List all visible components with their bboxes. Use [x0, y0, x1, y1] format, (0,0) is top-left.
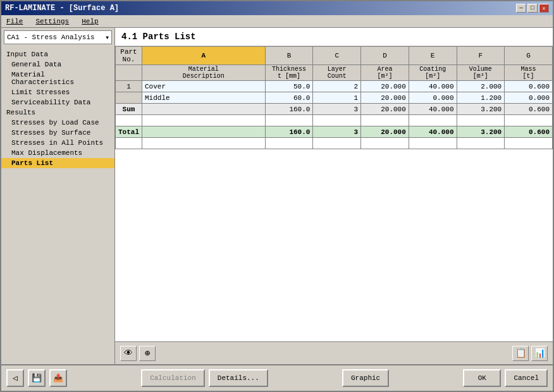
col-c-cell: 2 — [313, 81, 361, 92]
total-label: Total — [116, 126, 142, 138]
sidebar-nav: Input Data General Data Material Charact… — [1, 47, 114, 364]
col-e-cell: 40.000 — [409, 81, 457, 92]
col-g-cell: 0.000 — [505, 92, 553, 104]
sidebar-item-general-data[interactable]: General Data — [1, 59, 114, 70]
empty-cell — [313, 138, 361, 149]
empty-cell — [265, 115, 313, 126]
col-c-header: C — [313, 47, 361, 65]
table-toolbar: 👁 ⊕ 📋 📊 — [115, 341, 553, 364]
table-toolbar-right: 📋 📊 — [512, 346, 548, 361]
view-icon-button[interactable]: 👁 — [120, 346, 137, 361]
empty-cell — [409, 115, 457, 126]
table-row: Middle 60.0 1 20.000 0.000 1.200 0.000 — [116, 92, 553, 104]
col-g-header: G — [505, 47, 553, 65]
empty-row — [116, 138, 553, 149]
export-button[interactable]: 📤 — [49, 369, 67, 387]
col-e-cell: 0.000 — [409, 92, 457, 104]
empty-cell — [457, 138, 505, 149]
col-d-cell: 20.000 — [361, 104, 409, 115]
col-b-cell: 60.0 — [265, 92, 313, 104]
col-d-sub: Area[m²] — [361, 65, 409, 81]
col-a-cell — [142, 104, 266, 115]
column-header-row: PartNo. A B C D E F G — [116, 47, 553, 65]
close-button[interactable]: ✕ — [539, 4, 549, 13]
col-b-cell: 160.0 — [265, 126, 313, 138]
title-bar: RF-LAMINATE - [Surface A] ─ □ ✕ — [1, 1, 553, 15]
calculation-button[interactable]: Calculation — [141, 369, 205, 387]
sidebar-item-serviceability-data[interactable]: Serviceability Data — [1, 97, 114, 107]
sidebar: CA1 - Stress Analysis ▼ Input Data Gener… — [1, 28, 115, 364]
part-no-sub — [116, 65, 142, 81]
eye-icon: 👁 — [124, 348, 133, 358]
sum-label: Sum — [116, 104, 142, 115]
crosshair-icon: ⊕ — [145, 348, 150, 358]
details-button[interactable]: Details... — [209, 369, 268, 387]
table-container[interactable]: PartNo. A B C D E F G MaterialDescriptio… — [115, 46, 553, 341]
sidebar-item-max-displacements[interactable]: Max Displacements — [1, 148, 114, 158]
title-bar-buttons: ─ □ ✕ — [516, 4, 549, 13]
content-area: 4.1 Parts List PartNo. A B C D E F G — [115, 28, 553, 364]
cancel-button[interactable]: Cancel — [505, 369, 548, 387]
back-button[interactable]: ◁ — [6, 369, 24, 387]
col-d-cell: 20.000 — [361, 126, 409, 138]
sum-row: Sum 160.0 3 20.000 40.000 3.200 0.600 — [116, 104, 553, 115]
menu-file[interactable]: File — [4, 17, 25, 26]
export1-button[interactable]: 📋 — [512, 346, 529, 361]
save-button[interactable]: 💾 — [28, 369, 46, 387]
sidebar-item-parts-list[interactable]: Parts List — [1, 158, 114, 168]
sidebar-item-stresses-all-points[interactable]: Stresses in All Points — [1, 138, 114, 148]
empty-cell — [313, 115, 361, 126]
bottom-toolbar: ◁ 💾 📤 Calculation Details... Graphic OK … — [1, 364, 553, 391]
col-g-cell: 0.600 — [505, 104, 553, 115]
input-data-header: Input Data — [1, 49, 114, 59]
menu-settings[interactable]: Settings — [33, 17, 71, 26]
col-f-cell: 1.200 — [457, 92, 505, 104]
col-a-cell — [142, 126, 266, 138]
col-f-sub: Volume[m³] — [457, 65, 505, 81]
col-e-cell: 40.000 — [409, 126, 457, 138]
empty-cell — [457, 115, 505, 126]
col-b-cell: 50.0 — [265, 81, 313, 92]
export-icon: 📤 — [53, 373, 63, 383]
sidebar-item-stresses-surface[interactable]: Stresses by Surface — [1, 128, 114, 138]
col-g-sub: Mass[t] — [505, 65, 553, 81]
col-d-cell: 20.000 — [361, 92, 409, 104]
window-title: RF-LAMINATE - [Surface A] — [5, 4, 119, 13]
empty-cell — [116, 115, 142, 126]
empty-cell — [265, 138, 313, 149]
maximize-button[interactable]: □ — [527, 4, 538, 13]
select-icon-button[interactable]: ⊕ — [139, 346, 156, 361]
empty-cell — [361, 138, 409, 149]
col-e-header: E — [409, 47, 457, 65]
part-no-cell: 1 — [116, 81, 142, 92]
analysis-dropdown[interactable]: CA1 - Stress Analysis ▼ — [4, 30, 112, 44]
col-g-cell: 0.600 — [505, 81, 553, 92]
page-title: 4.1 Parts List — [115, 28, 553, 46]
empty-cell — [505, 115, 553, 126]
table-row: 1 Cover 50.0 2 20.000 40.000 2.000 0.600 — [116, 81, 553, 92]
graphic-button[interactable]: Graphic — [342, 369, 389, 387]
col-c-cell: 1 — [313, 92, 361, 104]
table-toolbar-left: 👁 ⊕ — [120, 346, 156, 361]
ok-button[interactable]: OK — [463, 369, 501, 387]
save-icon: 💾 — [32, 373, 42, 383]
main-content: CA1 - Stress Analysis ▼ Input Data Gener… — [1, 28, 553, 364]
menu-help[interactable]: Help — [79, 17, 101, 26]
part-no-cell — [116, 92, 142, 104]
export2-button[interactable]: 📊 — [531, 346, 548, 361]
col-d-cell: 20.000 — [361, 81, 409, 92]
col-a-sub: MaterialDescription — [142, 65, 266, 81]
main-window: RF-LAMINATE - [Surface A] ─ □ ✕ File Set… — [0, 0, 554, 392]
table-export-icon: 📋 — [515, 348, 526, 358]
sidebar-item-limit-stresses[interactable]: Limit Stresses — [1, 87, 114, 97]
col-f-header: F — [457, 47, 505, 65]
menu-bar: File Settings Help — [1, 15, 553, 28]
back-icon: ◁ — [13, 373, 18, 383]
minimize-button[interactable]: ─ — [516, 4, 526, 13]
col-e-sub: Coating[m²] — [409, 65, 457, 81]
sidebar-item-stresses-load-case[interactable]: Stresses by Load Case — [1, 118, 114, 128]
parts-list-table: PartNo. A B C D E F G MaterialDescriptio… — [115, 46, 553, 149]
sidebar-item-material-characteristics[interactable]: Material Characteristics — [1, 70, 114, 87]
col-d-header: D — [361, 47, 409, 65]
empty-row — [116, 115, 553, 126]
